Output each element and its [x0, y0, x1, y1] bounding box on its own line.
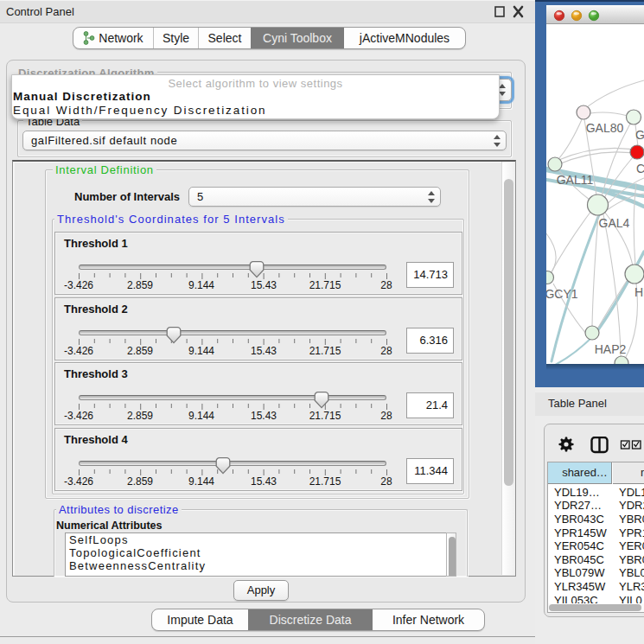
svg-text:HI: HI [634, 285, 644, 299]
svg-text:GAL80: GAL80 [586, 121, 624, 135]
svg-text:GA: GA [635, 128, 644, 142]
svg-text:GCY1: GCY1 [546, 287, 578, 301]
svg-text:C: C [636, 162, 644, 175]
svg-text:HAP2: HAP2 [595, 342, 627, 356]
svg-text:GAL4: GAL4 [599, 216, 630, 230]
svg-text:GAL11: GAL11 [557, 173, 594, 187]
